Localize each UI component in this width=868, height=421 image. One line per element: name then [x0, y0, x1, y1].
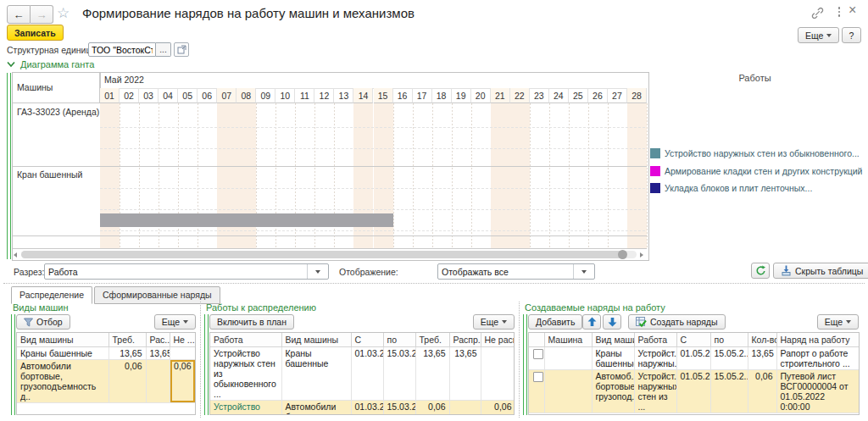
column-header[interactable]: Вид машины: [281, 333, 351, 347]
structural-unit-input[interactable]: [88, 42, 156, 57]
scroll-right-icon[interactable]: [640, 252, 643, 258]
move-down-button[interactable]: [603, 314, 621, 330]
cell[interactable]: Автомобили бортовые, грузоподъемность д.…: [17, 360, 108, 403]
cell[interactable]: 01.03.2..: [351, 401, 383, 415]
cell[interactable]: 15.03.2..: [383, 347, 415, 401]
cell[interactable]: 01.05.2..: [676, 347, 710, 370]
cell[interactable]: Устройство наружных стен из обыкновенног…: [210, 347, 281, 401]
refresh-button[interactable]: [751, 263, 770, 279]
column-header[interactable]: С: [351, 333, 383, 347]
table-row[interactable]: Устройство наружных стен из обыкновенног…: [210, 401, 515, 415]
cell[interactable]: 0,06: [481, 401, 515, 415]
filter-button[interactable]: Отбор: [16, 314, 70, 330]
create-orders-button[interactable]: Создать наряды: [628, 314, 726, 330]
column-header[interactable]: Треб.: [415, 333, 449, 347]
cell[interactable]: [544, 347, 592, 370]
column-header[interactable]: Наряд на работу: [776, 333, 860, 347]
cell[interactable]: 0,06: [108, 360, 146, 403]
works-table[interactable]: РаботаВид машиныСпоТреб.Распр.Не распр.У…: [209, 332, 515, 415]
display-combobox[interactable]: Отображать все: [437, 263, 595, 280]
include-in-plan-button[interactable]: Включить в план: [209, 314, 294, 330]
menu-kebab-icon[interactable]: [835, 7, 843, 17]
get-link-icon[interactable]: [811, 7, 824, 19]
more-button[interactable]: Еще: [473, 314, 515, 330]
table-row[interactable]: Краны башенные13,6513,65: [17, 347, 195, 360]
favorite-star-icon[interactable]: ☆: [57, 4, 70, 22]
gantt-section-header[interactable]: Диаграмма ганта: [7, 59, 94, 69]
checkbox-icon[interactable]: [533, 349, 543, 359]
cell[interactable]: Краны башенные: [17, 347, 108, 360]
cell[interactable]: 13,65: [108, 347, 146, 360]
cell[interactable]: [170, 347, 195, 360]
column-header[interactable]: Вид машины: [17, 333, 108, 347]
hide-tables-button[interactable]: Скрыть таблицы: [773, 263, 868, 279]
column-header[interactable]: Не ...: [170, 333, 195, 347]
close-icon[interactable]: ×: [849, 3, 856, 18]
save-button[interactable]: Записать: [7, 25, 64, 41]
slice-combobox[interactable]: Работа: [44, 263, 329, 280]
cell[interactable]: Устройст... наружны...: [634, 347, 676, 370]
gantt-hscrollbar-thumb[interactable]: [21, 251, 625, 258]
orders-table[interactable]: МашинаВид маши...РаботаСпоКол-воНаряд на…: [528, 332, 860, 415]
cell[interactable]: 01.03.2..: [351, 347, 383, 401]
cell[interactable]: Путевой лист ВСГ00000004 от 01.05.2022 0…: [776, 370, 860, 413]
cell[interactable]: 15.05.2..: [710, 370, 748, 413]
cell[interactable]: 13,65: [415, 347, 449, 401]
table-row[interactable]: Автомобили бортовые, грузоподъемность д.…: [17, 360, 195, 403]
table-row[interactable]: Краны башенныеУстройст... наружны...01.0…: [529, 347, 860, 370]
column-header[interactable]: по: [383, 333, 415, 347]
cell[interactable]: Краны башенные: [592, 347, 634, 370]
cell[interactable]: Краны башенные: [281, 347, 351, 401]
chevron-down-icon[interactable]: [573, 264, 594, 279]
cell[interactable]: 0,06: [748, 370, 776, 413]
choose-button[interactable]: ...: [156, 42, 171, 57]
cell[interactable]: 13,65: [146, 347, 170, 360]
cell[interactable]: 13,65: [748, 347, 776, 370]
cell[interactable]: 0,06: [170, 360, 195, 403]
checkbox-icon[interactable]: [533, 372, 543, 382]
machine-types-table[interactable]: Вид машиныТреб.Рас...Не ...Краны башенны…: [16, 332, 196, 415]
column-header[interactable]: Кол-во: [748, 333, 776, 347]
add-button[interactable]: Добавить: [528, 314, 582, 330]
column-header[interactable]: [529, 333, 544, 347]
cell[interactable]: Автомобили бортовые, грузоподъемн...: [281, 401, 351, 415]
cell[interactable]: Устройство наружных стен из обыкновенног…: [210, 401, 281, 415]
table-row[interactable]: Устройство наружных стен из обыкновенног…: [210, 347, 515, 401]
column-header[interactable]: Вид маши...: [592, 333, 634, 347]
table-row[interactable]: Автомоб... бортовые, грузопод...Устройст…: [529, 370, 860, 413]
panel-splitter[interactable]: [200, 302, 201, 418]
column-header[interactable]: Не распр.: [481, 333, 515, 347]
back-button[interactable]: ←: [7, 5, 31, 24]
column-header[interactable]: Работа: [210, 333, 281, 347]
row-checkbox[interactable]: [529, 370, 544, 413]
column-header[interactable]: С: [676, 333, 710, 347]
cell[interactable]: [544, 370, 592, 413]
column-header[interactable]: Треб.: [108, 333, 146, 347]
scroll-left-icon[interactable]: [14, 252, 17, 258]
gantt-hscrollbar-knob[interactable]: [618, 250, 627, 259]
cell[interactable]: [481, 347, 515, 401]
forward-button[interactable]: →: [31, 5, 53, 24]
help-button[interactable]: ?: [842, 27, 861, 43]
more-button[interactable]: Еще: [817, 314, 859, 330]
cell[interactable]: 15.03.2..: [383, 401, 415, 415]
splitter[interactable]: [3, 283, 865, 284]
move-up-button[interactable]: [582, 314, 601, 330]
column-header[interactable]: Машина: [544, 333, 592, 347]
cell[interactable]: Автомоб... бортовые, грузопод...: [592, 370, 634, 413]
open-item-icon[interactable]: [174, 42, 189, 57]
column-header[interactable]: Рас...: [146, 333, 170, 347]
cell[interactable]: 0,06: [415, 401, 449, 415]
cell[interactable]: Устройст... наружных стен из ...: [634, 370, 676, 413]
column-header[interactable]: Распр.: [449, 333, 481, 347]
row-checkbox[interactable]: [529, 347, 544, 370]
cell[interactable]: 01.05.2..: [676, 370, 710, 413]
gantt-grid[interactable]: Машины Май 2022 010203040506070809101112…: [12, 72, 649, 261]
more-button[interactable]: Еще: [154, 314, 196, 330]
gantt-bar[interactable]: [100, 213, 393, 227]
cell[interactable]: 13,65: [449, 347, 481, 401]
cell[interactable]: 15.05.2..: [710, 347, 748, 370]
panel-splitter[interactable]: [519, 302, 520, 418]
more-button-top[interactable]: Еще: [798, 27, 839, 43]
cell[interactable]: Рапорт о работе строительного ...: [776, 347, 860, 370]
